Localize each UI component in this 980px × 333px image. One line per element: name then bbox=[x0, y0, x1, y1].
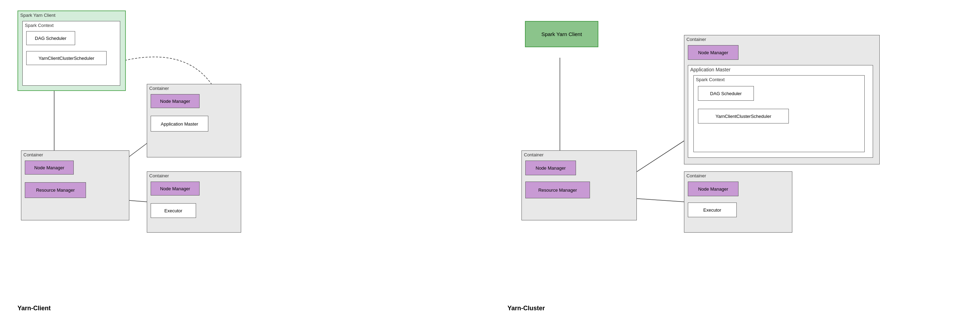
spark-context-box: Spark Context DAG Scheduler YarnClientCl… bbox=[22, 21, 120, 86]
yarn-client-cluster-scheduler-box: YarnClientClusterScheduler bbox=[26, 51, 107, 65]
node-manager-bottom2-label: Node Manager bbox=[698, 186, 729, 192]
node-manager-left2: Node Manager bbox=[525, 161, 576, 175]
spark-context-right: Spark Context DAG Scheduler YarnClientCl… bbox=[694, 75, 865, 152]
application-master-label: Application Master bbox=[151, 121, 208, 126]
node-manager-right-label: Node Manager bbox=[698, 50, 729, 55]
container-top: Container Node Manager Application Maste… bbox=[147, 84, 241, 158]
diagram2-label: Yarn-Cluster bbox=[508, 305, 545, 312]
resource-manager2: Resource Manager bbox=[525, 182, 590, 198]
container-left-label: Container bbox=[24, 152, 43, 158]
executor-label: Executor bbox=[151, 208, 196, 214]
dag-scheduler-right: DAG Scheduler bbox=[698, 86, 754, 101]
container-bottom: Container Node Manager Executor bbox=[147, 171, 241, 233]
container-left2: Container Node Manager Resource Manager bbox=[522, 150, 637, 220]
node-manager-left: Node Manager bbox=[25, 161, 74, 175]
spark-context-right-label: Spark Context bbox=[696, 77, 724, 82]
spark-context-label: Spark Context bbox=[25, 23, 54, 28]
yarn-cluster-scheduler-right-label: YarnClientClusterScheduler bbox=[698, 114, 789, 119]
executor-box2: Executor bbox=[688, 202, 737, 217]
executor2-label: Executor bbox=[688, 207, 737, 213]
container-bottom2-label: Container bbox=[686, 173, 706, 178]
container-bottom-label: Container bbox=[149, 173, 169, 178]
container-right: Container Node Manager Application Maste… bbox=[684, 35, 880, 164]
container-right-label: Container bbox=[686, 37, 706, 42]
node-manager-left2-label: Node Manager bbox=[536, 166, 566, 171]
executor-box: Executor bbox=[151, 203, 196, 218]
node-manager-right: Node Manager bbox=[688, 45, 738, 60]
application-master-box: Application Master bbox=[151, 116, 208, 132]
dag-scheduler-box: DAG Scheduler bbox=[26, 31, 75, 45]
node-manager-top-label: Node Manager bbox=[160, 99, 190, 104]
application-master-right-label: Application Master bbox=[690, 67, 730, 72]
yarn-cluster-scheduler-right: YarnClientClusterScheduler bbox=[698, 109, 789, 123]
spark-yarn-client-label2: Spark Yarn Client bbox=[541, 31, 582, 37]
resource-manager-left-label: Resource Manager bbox=[36, 188, 75, 193]
dag-scheduler-label: DAG Scheduler bbox=[27, 36, 75, 41]
container-bottom2: Container Node Manager Executor bbox=[684, 171, 792, 233]
yarn-client-cluster-scheduler-label: YarnClientClusterScheduler bbox=[27, 56, 106, 61]
node-manager-top: Node Manager bbox=[151, 94, 200, 108]
node-manager-bottom-label: Node Manager bbox=[160, 186, 190, 191]
node-manager-bottom: Node Manager bbox=[151, 182, 200, 196]
container-left: Container Node Manager Resource Manager bbox=[21, 150, 129, 220]
resource-manager-left: Resource Manager bbox=[25, 182, 86, 198]
container-left2-label: Container bbox=[524, 152, 544, 158]
node-manager-left-label: Node Manager bbox=[34, 165, 64, 170]
dag-scheduler-right-label: DAG Scheduler bbox=[698, 91, 754, 96]
resource-manager2-label: Resource Manager bbox=[538, 188, 577, 193]
node-manager-bottom2: Node Manager bbox=[688, 182, 738, 196]
diagram1-label: Yarn-Client bbox=[18, 305, 51, 312]
application-master-right: Application Master Spark Context DAG Sch… bbox=[688, 65, 873, 158]
container-top-label: Container bbox=[149, 86, 169, 91]
spark-yarn-client-box2: Spark Yarn Client bbox=[525, 21, 598, 47]
spark-yarn-client-label: Spark Yarn Client bbox=[20, 13, 56, 18]
spark-yarn-client-box: Spark Yarn Client Spark Context DAG Sche… bbox=[18, 11, 126, 91]
